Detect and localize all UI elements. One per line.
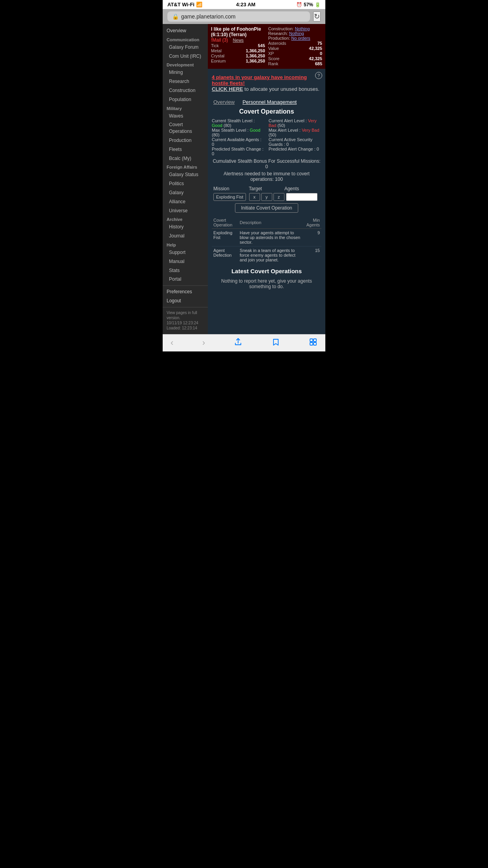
max-alert-value: (50) xyxy=(269,132,277,137)
mail-link[interactable]: !Mail (3) xyxy=(211,37,228,43)
sidebar-section-archive: Archive xyxy=(163,215,208,223)
sidebar-section-communication: Communication xyxy=(163,35,208,43)
research-value[interactable]: Nothing xyxy=(289,31,304,36)
sidebar: Overview Communication Galaxy Forum Com … xyxy=(163,24,208,334)
sidebar-item-covert-operations[interactable]: Covert Operations xyxy=(163,120,208,136)
predicted-alert-row: Predicted Alert Change : 0 xyxy=(269,147,322,151)
current-stealth-status: Good xyxy=(212,123,222,128)
agents-input[interactable] xyxy=(286,193,317,201)
mission-form-headers: Mission Target Agents xyxy=(212,186,321,191)
max-stealth-status: Good xyxy=(250,128,261,132)
sidebar-item-logout[interactable]: Logout xyxy=(163,296,208,305)
sidebar-section-foreign-affairs: Foreign Affairs xyxy=(163,163,208,170)
back-button[interactable]: ‹ xyxy=(171,338,173,348)
battery-icon: 🔋 xyxy=(315,2,321,7)
battery-info: ⏰ 57% 🔋 xyxy=(289,2,321,7)
latest-empty-message: Nothing to report here yet, give your ag… xyxy=(212,277,321,291)
url-text: game.planetarion.com xyxy=(181,13,236,20)
predicted-stealth-label: Predicted Stealth Change : 0 xyxy=(212,147,263,156)
carrier-info: AT&T Wi-Fi 📶 xyxy=(167,2,202,7)
main-content: I like pie of FoohonPie (6:1:10) (Terran… xyxy=(208,24,325,334)
mission-input-row: Exploding Fist xyxy=(212,193,321,201)
sidebar-item-support[interactable]: Support xyxy=(163,248,208,257)
cumulative-bonus: Cumulative Stealth Bonus For Successful … xyxy=(212,158,321,169)
mission-header: Mission xyxy=(213,186,249,191)
tab-overview[interactable]: Overview xyxy=(213,99,235,105)
sidebar-item-galaxy-forum[interactable]: Galaxy Forum xyxy=(163,43,208,52)
sidebar-item-history[interactable]: History xyxy=(163,223,208,232)
sidebar-item-production[interactable]: Production xyxy=(163,136,208,145)
op-min-agents-agent-defection: 15 xyxy=(303,246,321,264)
forward-button[interactable]: › xyxy=(202,338,205,348)
available-agents-label: Current Available Agents : 0 xyxy=(212,137,261,147)
sidebar-item-stats[interactable]: Stats xyxy=(163,266,208,275)
max-stealth-value: (80) xyxy=(212,132,220,137)
sidebar-item-portal[interactable]: Portal xyxy=(163,275,208,284)
sidebar-item-preferences[interactable]: Preferences xyxy=(163,287,208,296)
target-z-input[interactable] xyxy=(273,193,284,201)
production-value[interactable]: No orders xyxy=(291,36,310,40)
available-agents-row: Current Available Agents : 0 xyxy=(212,137,265,147)
sidebar-item-mining[interactable]: Mining xyxy=(163,68,208,77)
sidebar-item-fleets[interactable]: Fleets xyxy=(163,145,208,154)
sidebar-item-galaxy-status[interactable]: Galaxy Status xyxy=(163,170,208,179)
content-panel: ? 4 planets in your galaxy have incoming… xyxy=(208,69,325,334)
mission-form: Mission Target Agents Exploding Fist xyxy=(212,186,321,213)
sidebar-item-construction[interactable]: Construction xyxy=(163,86,208,95)
op-desc-agent-defection: Sneak in a team of agents to force enemy… xyxy=(238,246,303,264)
initiate-covert-operation-button[interactable]: Initiate Covert Operation xyxy=(235,203,298,213)
share-button[interactable] xyxy=(234,338,242,348)
stat-score: Score 42,325 xyxy=(268,56,323,61)
tabs-button[interactable] xyxy=(309,338,317,348)
hostile-alert-text[interactable]: 4 planets in your galaxy have incoming h… xyxy=(212,74,307,86)
bookmarks-button[interactable] xyxy=(272,338,280,348)
svg-rect-0 xyxy=(310,339,313,342)
agents-input-wrapper xyxy=(286,193,320,201)
sidebar-item-population[interactable]: Population xyxy=(163,95,208,104)
op-desc-exploding-fist: Have your agents attempt to blow up aste… xyxy=(238,229,303,246)
alert-right: Current Alert Level : Very Bad (50) Max … xyxy=(269,118,322,156)
sidebar-item-galaxy[interactable]: Galaxy xyxy=(163,188,208,197)
stat-asteroids: Asteroids 75 xyxy=(268,41,323,46)
stat-xp: XP 0 xyxy=(268,51,323,56)
tab-personnel-management[interactable]: Personnel Management xyxy=(242,99,297,105)
top-info-bar: I like pie of FoohonPie (6:1:10) (Terran… xyxy=(208,24,325,69)
current-alert-row: Current Alert Level : Very Bad (50) xyxy=(269,118,322,128)
target-y-input[interactable] xyxy=(261,193,272,201)
construction-value[interactable]: Nothing xyxy=(295,26,310,31)
sidebar-item-politics[interactable]: Politics xyxy=(163,179,208,188)
svg-rect-1 xyxy=(314,339,316,342)
url-box[interactable]: 🔒 game.planetarion.com xyxy=(167,11,310,22)
predicted-alert-label: Predicted Alert Change : 0 xyxy=(269,147,319,151)
target-x-input[interactable] xyxy=(249,193,260,201)
sidebar-item-com-unit[interactable]: Com Unit (IRC) xyxy=(163,52,208,61)
sidebar-section-military: Military xyxy=(163,104,208,112)
alert-banner: 4 planets in your galaxy have incoming h… xyxy=(212,73,321,95)
alarm-icon: ⏰ xyxy=(296,2,302,7)
sidebar-item-overview[interactable]: Overview xyxy=(163,26,208,35)
footer-date: 10/11/19 12:23:24 xyxy=(167,321,198,325)
footer-loaded: Loaded: 12:23:14 xyxy=(167,326,197,330)
stats-grid: Current Stealth Level : Good (80) Max St… xyxy=(212,118,321,156)
sidebar-item-waves[interactable]: Waves xyxy=(163,112,208,121)
table-row: Agent Defection Sneak in a team of agent… xyxy=(212,246,321,264)
stat-metal: Metal 1,366,250 xyxy=(211,48,265,53)
click-here-link[interactable]: CLICK HERE xyxy=(212,86,243,92)
bonus-text: to allocate your unused bonuses. xyxy=(244,86,319,92)
reload-button[interactable]: ↻ xyxy=(313,11,321,22)
sidebar-item-manual[interactable]: Manual xyxy=(163,257,208,266)
sidebar-item-universe[interactable]: Universe xyxy=(163,206,208,215)
sidebar-item-bcalc[interactable]: Bcalc (My) xyxy=(163,154,208,163)
right-stats-block: Construction: Nothing Research: Nothing … xyxy=(268,26,323,66)
sidebar-item-research[interactable]: Research xyxy=(163,77,208,86)
target-header: Target xyxy=(249,186,284,191)
news-link[interactable]: News xyxy=(233,38,244,42)
wifi-icon: 📶 xyxy=(196,2,202,7)
mission-select-button[interactable]: Exploding Fist xyxy=(213,193,246,201)
help-button[interactable]: ? xyxy=(315,72,322,79)
current-alert-value: (50) xyxy=(277,123,285,128)
sidebar-item-alliance[interactable]: Alliance xyxy=(163,197,208,206)
sidebar-item-journal[interactable]: Journal xyxy=(163,232,208,241)
predicted-stealth-row: Predicted Stealth Change : 0 xyxy=(212,147,265,156)
svg-rect-3 xyxy=(314,342,316,345)
